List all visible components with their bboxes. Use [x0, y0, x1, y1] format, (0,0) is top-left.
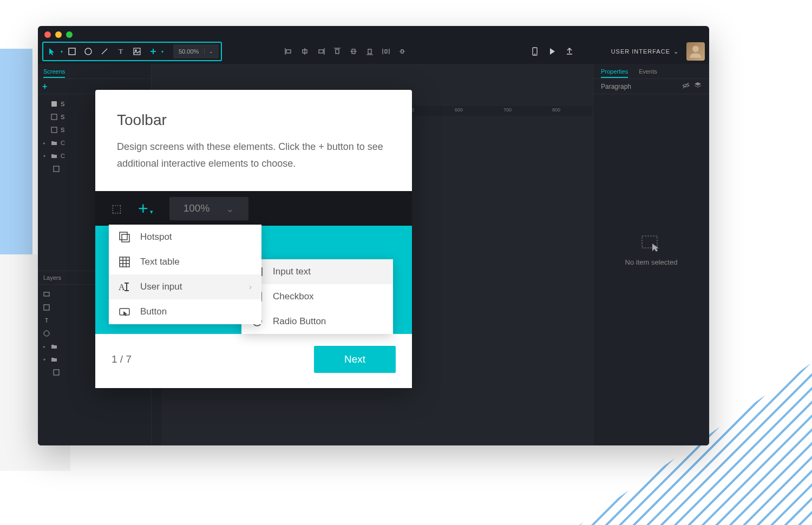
- align-top-icon[interactable]: [331, 45, 343, 57]
- dropdown-label: Text table: [140, 257, 180, 267]
- add-screen-button[interactable]: +: [42, 82, 47, 91]
- align-bottom-icon[interactable]: [364, 45, 376, 57]
- rectangle-tool[interactable]: [65, 44, 79, 58]
- image-tool[interactable]: [130, 44, 144, 58]
- align-middle-v-icon[interactable]: [348, 45, 359, 57]
- ellipse-tool[interactable]: [81, 44, 95, 58]
- dropdown-item-radio[interactable]: Radio Button: [241, 309, 393, 334]
- svg-line-3: [102, 49, 107, 54]
- topbar: ▾ T ▾ 50.00% ⌄: [38, 41, 709, 62]
- svg-rect-41: [120, 232, 127, 240]
- svg-rect-31: [51, 114, 57, 120]
- dropdown-label: Checkbox: [273, 291, 314, 302]
- project-name: USER INTERFACE: [611, 48, 670, 55]
- device-icon[interactable]: [530, 47, 540, 56]
- user-input-submenu: A Input text Checkbox Radio Button: [241, 259, 393, 334]
- tutorial-title: Toolbar: [117, 111, 390, 129]
- svg-rect-49: [126, 283, 127, 291]
- app-window: ▾ T ▾ 50.00% ⌄: [38, 26, 709, 445]
- chevron-down-icon: ▾: [150, 208, 153, 215]
- align-right-icon[interactable]: [315, 45, 327, 57]
- dropdown-label: User input: [140, 281, 182, 292]
- minimize-window-icon[interactable]: [55, 31, 62, 38]
- tree-label: S: [61, 101, 64, 107]
- svg-rect-34: [44, 292, 49, 296]
- visibility-icon[interactable]: [682, 82, 690, 91]
- user-avatar[interactable]: [686, 42, 705, 61]
- svg-line-39: [683, 83, 689, 88]
- demo-zoom[interactable]: 100% ⌄: [169, 197, 249, 220]
- svg-point-29: [692, 46, 699, 52]
- elements-dropdown: Hotspot Text table A User input › Button: [109, 225, 261, 324]
- line-tool[interactable]: [97, 44, 112, 58]
- demo-crop-icon: ⬚: [112, 202, 122, 215]
- dropdown-label: Button: [140, 306, 167, 317]
- right-panel-tabs: Properties Events: [593, 64, 709, 79]
- svg-rect-32: [51, 127, 57, 133]
- dropdown-item-text-table[interactable]: Text table: [109, 250, 261, 274]
- tab-events[interactable]: Events: [639, 68, 657, 75]
- toolbar-group-highlighted: ▾ T ▾ 50.00% ⌄: [42, 42, 222, 61]
- pointer-tool[interactable]: [45, 44, 60, 58]
- align-left-icon[interactable]: [283, 45, 294, 57]
- window-controls: [44, 31, 73, 38]
- dropdown-item-hotspot[interactable]: Hotspot: [109, 225, 261, 250]
- demo-add-button[interactable]: +▾: [138, 199, 153, 219]
- add-tool[interactable]: [146, 44, 160, 58]
- close-window-icon[interactable]: [44, 31, 51, 38]
- svg-rect-38: [54, 370, 59, 375]
- dropdown-item-input-text[interactable]: A Input text: [241, 259, 393, 284]
- chevron-right-icon: ›: [249, 283, 252, 291]
- dropdown-item-checkbox[interactable]: Checkbox: [241, 284, 393, 309]
- tutorial-content: Toolbar Design screens with these elemen…: [95, 90, 412, 191]
- dropdown-item-button[interactable]: Button: [109, 299, 261, 324]
- svg-rect-10: [286, 50, 291, 53]
- no-selection-text: No item selected: [593, 258, 709, 266]
- upload-icon[interactable]: [565, 47, 574, 56]
- ruler-mark: 600: [455, 107, 463, 113]
- chevron-down-icon: ⌄: [204, 49, 213, 54]
- element-type-label: Paragraph: [601, 83, 631, 90]
- chevron-down-icon: ⌄: [226, 202, 234, 215]
- svg-point-37: [44, 331, 49, 336]
- svg-text:A: A: [119, 283, 125, 292]
- svg-rect-14: [319, 50, 323, 53]
- dropdown-label: Input text: [273, 266, 311, 277]
- ruler-mark: 700: [503, 107, 512, 113]
- tree-label: C: [61, 153, 65, 159]
- svg-rect-30: [51, 101, 57, 107]
- svg-rect-20: [368, 49, 371, 54]
- svg-rect-43: [120, 257, 129, 267]
- align-center-h-icon[interactable]: [299, 45, 311, 57]
- svg-rect-25: [401, 50, 403, 53]
- distribute-v-icon[interactable]: [396, 45, 408, 57]
- dropdown-label: Radio Button: [273, 316, 326, 327]
- dropdown-item-user-input[interactable]: A User input ›: [109, 274, 261, 299]
- distribute-h-icon[interactable]: [380, 45, 392, 57]
- svg-point-6: [135, 50, 136, 51]
- svg-rect-42: [122, 234, 129, 242]
- svg-rect-16: [336, 49, 339, 54]
- tutorial-demo: ⬚ +▾ 100% ⌄ Hotspot Text table A: [95, 191, 412, 334]
- tree-label: S: [61, 114, 64, 120]
- zoom-control[interactable]: 50.00% ⌄: [173, 44, 219, 58]
- tutorial-popup: Toolbar Design screens with these elemen…: [95, 90, 412, 388]
- right-controls: USER INTERFACE ⌄: [530, 42, 705, 61]
- dropdown-label: Hotspot: [140, 232, 172, 242]
- demo-toolbar: ⬚ +▾ 100% ⌄: [95, 191, 412, 226]
- svg-text:T: T: [45, 318, 48, 324]
- tab-screens[interactable]: Screens: [43, 68, 65, 78]
- zoom-value: 50.00%: [179, 48, 199, 55]
- play-icon[interactable]: [547, 47, 557, 56]
- next-button[interactable]: Next: [314, 346, 396, 373]
- maximize-window-icon[interactable]: [66, 31, 73, 38]
- svg-rect-50: [125, 283, 129, 284]
- tab-properties[interactable]: Properties: [601, 68, 628, 78]
- text-tool[interactable]: T: [114, 44, 128, 58]
- svg-rect-35: [44, 305, 49, 310]
- layers-icon[interactable]: [694, 82, 702, 91]
- ruler-mark: 800: [552, 107, 560, 113]
- chevron-down-icon: ⌄: [673, 48, 679, 55]
- project-dropdown[interactable]: USER INTERFACE ⌄: [611, 48, 679, 55]
- svg-rect-1: [69, 48, 75, 55]
